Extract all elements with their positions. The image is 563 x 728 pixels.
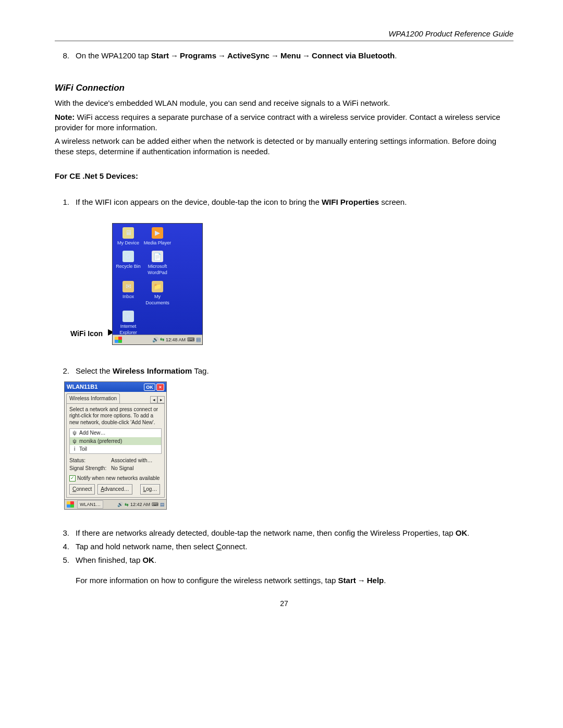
app-icon: ▶ bbox=[152, 227, 163, 239]
step-1: 1. If the WIFI icon appears on the devic… bbox=[55, 197, 513, 207]
bold: OK bbox=[142, 556, 154, 564]
arrow-icon: → bbox=[301, 51, 312, 60]
arrow-icon: → bbox=[270, 51, 280, 60]
figure-desktop: WiFi Icon ▶ 🖥My Device▶Media Player♻Recy… bbox=[112, 223, 513, 345]
header-title: WPA1200 Product Reference Guide bbox=[388, 29, 513, 38]
close-button[interactable]: × bbox=[156, 384, 164, 391]
sip-icon[interactable]: ⌨ bbox=[152, 501, 158, 508]
tab-row: Wireless Information ◂▸ bbox=[65, 392, 166, 403]
network-list[interactable]: ψAdd New…ψmonika (preferred)iToil bbox=[69, 428, 162, 454]
clock[interactable]: 12:48 AM bbox=[166, 337, 186, 343]
step-number: 3. bbox=[55, 528, 76, 538]
app-icon: 📁 bbox=[152, 281, 163, 292]
checkbox-icon[interactable]: ✓ bbox=[69, 475, 76, 482]
signal-label: Signal Strength: bbox=[69, 465, 111, 472]
section-heading: WiFi Connection bbox=[55, 82, 513, 94]
icon-label: Recycle Bin bbox=[114, 263, 143, 269]
network-label: Toil bbox=[79, 446, 87, 453]
icon-label: My Documents bbox=[143, 293, 172, 306]
step-5: 5. When finished, tap OK. bbox=[55, 555, 513, 565]
start-button-icon[interactable] bbox=[67, 501, 74, 508]
footer-line: For more information on how to configure… bbox=[55, 575, 513, 586]
instructions: Select a network and press connect or ri… bbox=[69, 406, 162, 426]
network-item[interactable]: ψAdd New… bbox=[70, 429, 161, 437]
step-number: 4. bbox=[55, 541, 76, 552]
bold: Start bbox=[151, 51, 169, 60]
bold: Wireless Informatiom bbox=[113, 366, 192, 375]
text: If there are networks already detected, … bbox=[76, 528, 456, 537]
page-number: 27 bbox=[55, 599, 513, 609]
tab-scroll[interactable]: ◂▸ bbox=[150, 396, 165, 403]
notify-checkbox-row[interactable]: ✓ Notify when new networks available bbox=[69, 475, 162, 482]
wifi-icon[interactable]: ⇆ bbox=[160, 336, 164, 343]
wifi-icon[interactable]: ⇆ bbox=[125, 501, 129, 508]
text: screen. bbox=[379, 198, 407, 206]
bold: ActiveSync bbox=[227, 51, 270, 60]
text: Tap and hold network name, then select bbox=[76, 542, 216, 551]
paragraph: A wireless network can be added either w… bbox=[55, 136, 513, 157]
start-button-icon[interactable] bbox=[115, 337, 122, 343]
network-item[interactable]: ψmonika (preferred) bbox=[70, 437, 161, 446]
step-number: 2. bbox=[55, 366, 76, 376]
network-icon: ψ bbox=[72, 429, 77, 437]
network-label: monika (preferred) bbox=[79, 438, 122, 445]
signal-line: Signal Strength: No Signal bbox=[69, 465, 162, 472]
desktop-icon[interactable]: 🖥My Device bbox=[114, 226, 143, 249]
connect-button[interactable]: Connect bbox=[69, 484, 95, 495]
figure-wlan-dialog: WLAN11B1 OK × Wireless Information ◂▸ Se… bbox=[64, 381, 513, 509]
step-body: Select the Wireless Informatiom Tag. bbox=[76, 366, 513, 376]
icon-label: Media Player bbox=[143, 240, 172, 246]
arrow-icon: → bbox=[356, 576, 367, 585]
status-value: Associated with… bbox=[111, 457, 152, 464]
step-number: 1. bbox=[55, 197, 76, 207]
bold: Menu bbox=[280, 51, 301, 60]
taskbar[interactable]: 🔊 ⇆ 12:48 AM ⌨ ▤ bbox=[113, 335, 202, 344]
system-tray[interactable]: 🔊 ⇆ 12:48 AM ⌨ ▤ bbox=[152, 336, 202, 343]
wlan-window: WLAN11B1 OK × Wireless Information ◂▸ Se… bbox=[64, 381, 167, 509]
sub-heading: For CE .Net 5 Devices: bbox=[55, 171, 513, 181]
advanced-button[interactable]: Advanced… bbox=[97, 484, 132, 495]
title-bar[interactable]: WLAN11B1 OK × bbox=[65, 382, 166, 392]
text: . bbox=[395, 51, 397, 60]
icon-label: Internet Explorer bbox=[114, 323, 143, 336]
note-paragraph: Note: WiFi access requires a separate pu… bbox=[55, 112, 513, 133]
icon-label: Inbox bbox=[114, 293, 143, 300]
network-label: Add New… bbox=[79, 429, 106, 437]
app-icon: e bbox=[123, 311, 134, 322]
bold: Programs bbox=[180, 51, 216, 60]
bold: OK bbox=[456, 528, 468, 537]
sip-icon[interactable]: ⌨ bbox=[187, 336, 194, 343]
ok-button[interactable]: OK bbox=[144, 384, 155, 391]
step-body: When finished, tap OK. bbox=[76, 555, 513, 565]
network-item[interactable]: iToil bbox=[70, 445, 161, 453]
step-number: 5. bbox=[55, 555, 76, 565]
clock[interactable]: 12:42 AM bbox=[130, 501, 150, 508]
desktop-icon[interactable]: 📁My Documents bbox=[143, 279, 172, 309]
log-button[interactable]: Log… bbox=[140, 484, 161, 495]
tray-icon[interactable]: ▤ bbox=[196, 336, 201, 343]
step-number: 8. bbox=[55, 51, 76, 61]
tab-wireless-information[interactable]: Wireless Information bbox=[66, 393, 120, 403]
ce-desktop: 🖥My Device▶Media Player♻Recycle Bin📄Micr… bbox=[112, 223, 203, 345]
desktop-icon[interactable]: ✉Inbox bbox=[114, 279, 143, 309]
volume-icon[interactable]: 🔊 bbox=[152, 336, 158, 343]
taskbar[interactable]: WLAN1… 🔊 ⇆ 12:42 AM ⌨ ▤ bbox=[65, 499, 166, 509]
status-line: Status: Associated with… bbox=[69, 457, 162, 464]
window-title: WLAN11B1 bbox=[67, 383, 97, 391]
bold: Connect via Bluetooth bbox=[312, 51, 395, 60]
text: On the WPA1200 tap bbox=[76, 51, 151, 60]
text: . bbox=[467, 528, 469, 537]
taskbar-app[interactable]: WLAN1… bbox=[77, 500, 103, 509]
network-icon: i bbox=[72, 446, 77, 453]
tray-icon[interactable]: ▤ bbox=[160, 501, 165, 508]
text: For more information on how to configure… bbox=[76, 576, 338, 585]
system-tray[interactable]: 🔊 ⇆ 12:42 AM ⌨ ▤ bbox=[117, 501, 166, 508]
desktop-icon[interactable]: 📄Microsoft WordPad bbox=[143, 249, 172, 279]
app-icon: ✉ bbox=[123, 281, 134, 292]
arrow-icon: → bbox=[216, 51, 227, 60]
signal-value: No Signal bbox=[111, 465, 133, 472]
volume-icon[interactable]: 🔊 bbox=[117, 501, 123, 508]
desktop-icon[interactable]: ♻Recycle Bin bbox=[114, 249, 143, 279]
desktop-icon[interactable]: ▶Media Player bbox=[143, 226, 172, 249]
text: When finished, tap bbox=[76, 556, 142, 564]
